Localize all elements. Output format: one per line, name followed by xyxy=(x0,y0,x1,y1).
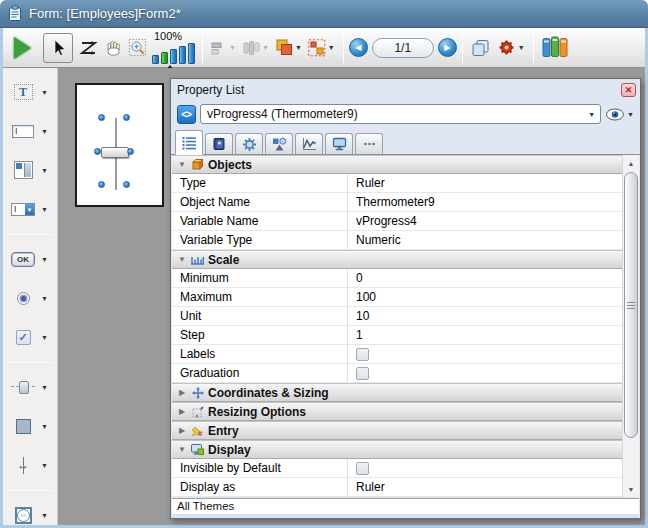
combo-box-tool[interactable]: I ▼ xyxy=(3,195,57,223)
collapse-triangle-icon[interactable]: ▼ xyxy=(177,255,187,264)
text-tool-dropdown-arrow[interactable]: ▼ xyxy=(41,89,48,96)
zoom-bar-400[interactable] xyxy=(179,46,186,64)
property-value[interactable]: Thermometer9 xyxy=(347,193,622,211)
selection-handle-bottom-right[interactable] xyxy=(123,181,130,188)
selection-handle-top-right[interactable] xyxy=(123,114,130,121)
form-properties-button[interactable]: ▼ xyxy=(494,32,528,64)
scrollbar-thumb[interactable] xyxy=(624,172,638,438)
selection-handle-mid-left[interactable] xyxy=(94,148,101,155)
zoom-bar-50[interactable] xyxy=(152,55,159,64)
close-icon[interactable]: ✕ xyxy=(621,83,636,97)
expand-triangle-icon[interactable]: ▶ xyxy=(177,426,187,435)
form-pages-button[interactable] xyxy=(468,32,494,64)
previous-page-button[interactable]: ◀ xyxy=(349,38,368,57)
level-dropdown-arrow[interactable]: ▼ xyxy=(295,44,302,51)
themes-footer[interactable]: All Themes xyxy=(172,498,639,514)
selection-handle-mid-right[interactable] xyxy=(127,148,134,155)
rectangle-tool-dropdown-arrow[interactable]: ▼ xyxy=(41,423,48,430)
form-page[interactable] xyxy=(75,83,164,207)
input-tool-dropdown-arrow[interactable]: ▼ xyxy=(41,128,48,135)
section-header[interactable]: ▼Scale xyxy=(172,250,622,269)
radio-tool-dropdown-arrow[interactable]: ▼ xyxy=(41,295,48,302)
level-button[interactable]: ▼ xyxy=(272,32,305,64)
execute-form-button[interactable] xyxy=(7,32,40,64)
property-checkbox[interactable] xyxy=(356,367,369,380)
property-checkbox[interactable] xyxy=(356,348,369,361)
property-value[interactable] xyxy=(347,459,622,477)
property-value[interactable] xyxy=(347,364,622,382)
display-monitor-icon xyxy=(191,444,204,455)
scroll-down-arrow[interactable]: ▼ xyxy=(623,481,639,497)
zoom-bars[interactable] xyxy=(152,42,195,64)
collapse-triangle-icon[interactable]: ▼ xyxy=(177,160,187,169)
section-header[interactable]: ▼Objects xyxy=(172,155,622,174)
property-list-header[interactable]: Property List ✕ xyxy=(171,79,640,101)
section-header[interactable]: ▶Resizing Options xyxy=(172,402,622,421)
property-value[interactable]: 1 xyxy=(347,326,622,344)
property-value[interactable]: Numeric xyxy=(347,231,622,249)
move-tool-button[interactable] xyxy=(102,32,126,64)
list-box-tool[interactable]: ▼ xyxy=(3,156,57,184)
property-value[interactable]: 10 xyxy=(347,307,622,325)
zoom-bar-800[interactable] xyxy=(188,43,195,64)
rectangle-tool[interactable]: ▼ xyxy=(3,412,57,440)
property-value[interactable]: vProgress4 xyxy=(347,212,622,230)
section-header[interactable]: ▶#Entry xyxy=(172,421,622,440)
property-value[interactable]: Ruler xyxy=(347,174,622,192)
splitter-tool-dropdown-arrow[interactable]: ▼ xyxy=(41,462,48,469)
group-button[interactable]: ▼ xyxy=(305,32,338,64)
tab-settings[interactable] xyxy=(235,133,263,154)
window-titlebar[interactable]: Form: [Employees]Form2* xyxy=(0,0,648,28)
property-value[interactable]: Ruler xyxy=(347,478,622,496)
object-selector-dropdown-arrow[interactable]: ▼ xyxy=(588,111,595,118)
property-value[interactable]: 0 xyxy=(347,269,622,287)
property-value[interactable] xyxy=(347,345,622,363)
selection-handle-top-left[interactable] xyxy=(98,114,105,121)
group-dropdown-arrow[interactable]: ▼ xyxy=(328,44,335,51)
combo-box-tool-dropdown-arrow[interactable]: ▼ xyxy=(41,206,48,213)
input-field-tool[interactable]: I ▼ xyxy=(3,117,57,145)
tab-more[interactable] xyxy=(355,133,383,154)
static-text-tool[interactable]: T ▼ xyxy=(3,78,57,106)
button-tool[interactable]: OK ▼ xyxy=(3,245,57,273)
zoom-level-control[interactable]: 100% xyxy=(152,31,195,64)
collapse-triangle-icon[interactable]: ▼ xyxy=(177,445,187,454)
form-properties-dropdown-arrow[interactable]: ▼ xyxy=(518,44,525,51)
select-tool-button[interactable] xyxy=(40,32,76,64)
entry-pencil-icon: # xyxy=(191,425,204,437)
section-header[interactable]: ▶Coordinates & Sizing xyxy=(172,383,622,402)
button-tool-dropdown-arrow[interactable]: ▼ xyxy=(41,256,48,263)
entry-order-tool-button[interactable] xyxy=(76,32,102,64)
radio-button-tool[interactable]: ▼ xyxy=(3,284,57,312)
view-options-button[interactable]: ▼ xyxy=(605,108,634,121)
expand-triangle-icon[interactable]: ▶ xyxy=(177,388,187,397)
zoom-bar-100[interactable] xyxy=(161,52,168,64)
zoom-bar-200[interactable] xyxy=(170,49,177,64)
scroll-up-arrow[interactable]: ▲ xyxy=(623,155,639,171)
section-header[interactable]: ▼Display xyxy=(172,440,622,459)
tab-display[interactable] xyxy=(325,133,353,154)
tab-property-list[interactable] xyxy=(175,130,203,155)
object-selector-combobox[interactable]: vProgress4 (Thermometer9) ▼ xyxy=(200,104,601,124)
next-page-button[interactable]: ▶ xyxy=(438,38,457,57)
plugin-tool-dropdown-arrow[interactable]: ▼ xyxy=(41,512,48,519)
checkbox-tool[interactable]: ✓ ▼ xyxy=(3,323,57,351)
property-checkbox[interactable] xyxy=(356,462,369,475)
indicator-tool-dropdown-arrow[interactable]: ▼ xyxy=(41,384,48,391)
library-button[interactable] xyxy=(539,32,572,64)
indicator-tool[interactable]: ▼ xyxy=(3,373,57,401)
selection-handle-bottom-left[interactable] xyxy=(98,181,105,188)
ruler-object-handle[interactable] xyxy=(101,147,129,158)
list-box-tool-dropdown-arrow[interactable]: ▼ xyxy=(41,167,48,174)
tab-theme-book[interactable] xyxy=(205,133,233,154)
property-value[interactable]: 100 xyxy=(347,288,622,306)
tab-events[interactable] xyxy=(295,133,323,154)
view-options-dropdown-arrow[interactable]: ▼ xyxy=(627,111,634,118)
splitter-tool[interactable]: ↔ ▼ xyxy=(3,451,57,479)
checkbox-tool-dropdown-arrow[interactable]: ▼ xyxy=(41,334,48,341)
plugin-area-tool[interactable]: ▼ xyxy=(3,501,57,528)
property-grid-scrollbar[interactable]: ▲ ▼ xyxy=(622,155,639,497)
zoom-tool-button[interactable] xyxy=(126,32,150,64)
tab-objects[interactable] xyxy=(265,133,293,154)
expand-triangle-icon[interactable]: ▶ xyxy=(177,407,187,416)
